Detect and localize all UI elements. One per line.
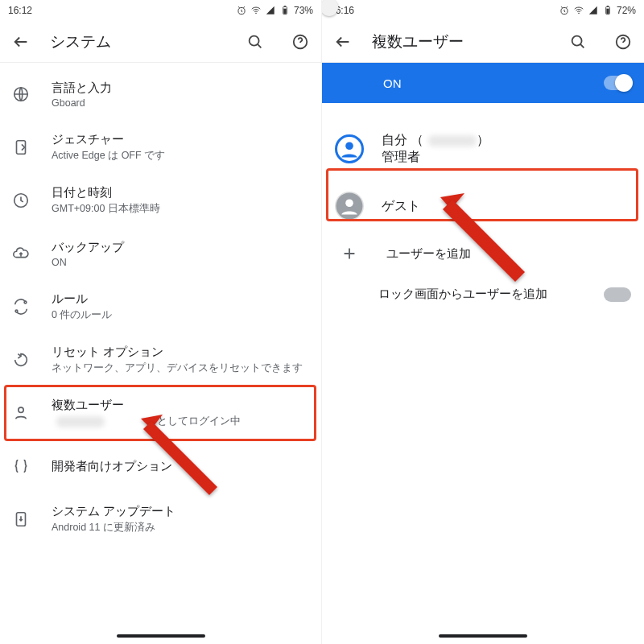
search-button[interactable] bbox=[568, 32, 588, 52]
add-user[interactable]: ユーザーを追加 bbox=[322, 233, 644, 274]
row-developer[interactable]: 開発者向けオプション bbox=[0, 440, 321, 493]
row-sub: 0 件のルール bbox=[52, 308, 310, 322]
row-sub: ネットワーク、アプリ、デバイスをリセットできます bbox=[52, 361, 310, 375]
gesture-icon bbox=[12, 138, 30, 156]
avatar-self bbox=[335, 134, 364, 163]
row-title: バックアップ bbox=[52, 240, 310, 255]
page-title: システム bbox=[50, 31, 226, 52]
row-sub: ON bbox=[52, 257, 310, 268]
svg-point-5 bbox=[250, 35, 259, 45]
row-sub: Android 11 に更新済み bbox=[52, 521, 310, 535]
add-user-label: ユーザーを追加 bbox=[386, 246, 471, 262]
svg-rect-4 bbox=[283, 9, 286, 14]
status-battery: 72% bbox=[617, 5, 636, 16]
help-icon bbox=[291, 33, 309, 51]
battery-icon bbox=[602, 5, 613, 16]
globe-icon bbox=[12, 85, 30, 103]
row-language[interactable]: 言語と入力Gboard bbox=[0, 68, 321, 121]
master-toggle[interactable]: ON bbox=[322, 63, 644, 103]
avatar-guest bbox=[335, 192, 364, 221]
help-button[interactable] bbox=[613, 32, 633, 52]
svg-rect-3 bbox=[284, 6, 286, 6]
nav-handle[interactable] bbox=[117, 634, 205, 638]
screen-system: 16:12 73% システム 言語と入力G bbox=[0, 0, 322, 644]
search-button[interactable] bbox=[246, 32, 265, 52]
rules-icon bbox=[12, 298, 30, 316]
avatar-icon bbox=[335, 134, 364, 163]
screen-multiuser: 16:16 72% 複数ユーザー ON bbox=[322, 0, 644, 644]
svg-point-24 bbox=[345, 142, 353, 150]
back-button[interactable] bbox=[333, 32, 353, 52]
row-datetime[interactable]: 日付と時刻GMT+09:00 日本標準時 bbox=[0, 174, 321, 227]
svg-point-12 bbox=[19, 407, 23, 412]
back-arrow-icon bbox=[12, 33, 30, 51]
svg-point-26 bbox=[345, 199, 353, 207]
toggle-switch-on[interactable] bbox=[604, 76, 631, 90]
alarm-icon bbox=[559, 5, 570, 16]
alarm-icon bbox=[236, 5, 247, 16]
row-sub: としてログイン中 bbox=[52, 415, 310, 428]
user-self-name: （） bbox=[411, 133, 489, 147]
user-self-label: 自分 （） bbox=[382, 132, 489, 149]
status-battery: 73% bbox=[294, 5, 313, 16]
row-title: 言語と入力 bbox=[52, 80, 310, 96]
user-self-sub: 管理者 bbox=[382, 149, 489, 166]
signal-icon bbox=[265, 5, 276, 16]
row-title: 開発者向けオプション bbox=[52, 459, 310, 474]
svg-point-21 bbox=[572, 35, 582, 45]
row-title: 日付と時刻 bbox=[52, 185, 310, 200]
user-self[interactable]: 自分 （） 管理者 bbox=[322, 119, 644, 179]
toggle-switch-off[interactable] bbox=[604, 287, 631, 302]
status-icons: 72% bbox=[559, 5, 636, 16]
lockscreen-label: ロック画面からユーザーを追加 bbox=[378, 287, 547, 302]
status-bar: 16:16 72% bbox=[322, 0, 644, 21]
row-title: リセット オプション bbox=[52, 345, 310, 360]
app-bar: 複数ユーザー bbox=[322, 21, 644, 63]
page-title: 複数ユーザー bbox=[372, 31, 549, 52]
app-bar: システム bbox=[0, 21, 321, 63]
search-icon bbox=[246, 33, 264, 51]
wifi-icon bbox=[573, 5, 584, 16]
svg-point-10 bbox=[24, 301, 27, 303]
battery-icon bbox=[279, 5, 291, 16]
row-backup[interactable]: バックアップON bbox=[0, 227, 321, 280]
svg-point-1 bbox=[255, 13, 257, 14]
row-title: システム アップデート bbox=[52, 504, 310, 519]
row-title: ルール bbox=[52, 291, 310, 307]
row-sub: GMT+09:00 日本標準時 bbox=[52, 202, 310, 216]
row-reset[interactable]: リセット オプションネットワーク、アプリ、デバイスをリセットできます bbox=[0, 333, 321, 386]
row-multiuser[interactable]: 複数ユーザー としてログイン中 bbox=[0, 386, 321, 440]
svg-point-17 bbox=[578, 13, 580, 14]
lockscreen-add-user[interactable]: ロック画面からユーザーを追加 bbox=[322, 274, 644, 315]
help-button[interactable] bbox=[291, 32, 310, 52]
nav-handle[interactable] bbox=[439, 634, 527, 638]
wifi-icon bbox=[250, 5, 262, 16]
user-guest[interactable]: ゲスト bbox=[322, 179, 644, 233]
cloud-up-icon bbox=[12, 245, 30, 262]
row-sub: Active Edge は OFF です bbox=[52, 149, 310, 163]
status-icons: 73% bbox=[236, 5, 313, 16]
row-title: ジェスチャー bbox=[52, 132, 310, 147]
plus-icon bbox=[341, 245, 358, 262]
svg-rect-19 bbox=[607, 6, 609, 6]
row-sub: Gboard bbox=[52, 97, 310, 109]
svg-point-11 bbox=[15, 310, 18, 312]
row-update[interactable]: システム アップデートAndroid 11 に更新済み bbox=[0, 493, 321, 546]
redacted-name bbox=[56, 416, 105, 427]
settings-list: 言語と入力Gboard ジェスチャーActive Edge は OFF です 日… bbox=[0, 63, 321, 546]
braces-icon bbox=[12, 457, 30, 475]
status-time: 16:12 bbox=[8, 5, 32, 16]
person-icon bbox=[12, 404, 30, 422]
row-title: 複数ユーザー bbox=[52, 398, 310, 413]
back-arrow-icon bbox=[334, 33, 352, 51]
toggle-label: ON bbox=[383, 76, 402, 90]
row-rules[interactable]: ルール0 件のルール bbox=[0, 280, 321, 333]
back-button[interactable] bbox=[11, 32, 31, 52]
avatar-icon bbox=[335, 192, 364, 221]
update-icon bbox=[12, 510, 30, 528]
clock-icon bbox=[12, 192, 30, 209]
help-icon bbox=[614, 33, 632, 51]
row-gestures[interactable]: ジェスチャーActive Edge は OFF です bbox=[0, 121, 321, 174]
signal-icon bbox=[588, 5, 599, 16]
svg-rect-20 bbox=[606, 9, 609, 14]
